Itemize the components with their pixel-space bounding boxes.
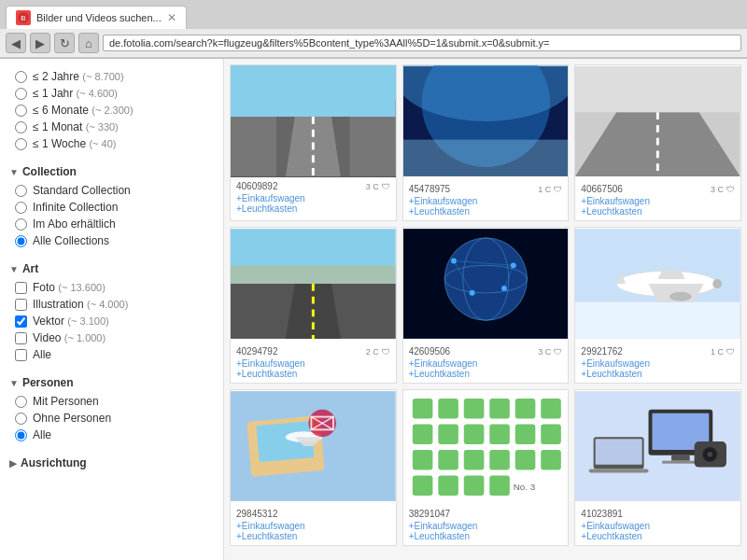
date-6monate[interactable]: ≤ 6 Monate (~ 2.300) xyxy=(9,102,214,119)
svg-rect-58 xyxy=(438,424,458,444)
standard-collection[interactable]: Standard Collection xyxy=(9,182,214,199)
badge-s: 🛡 xyxy=(382,182,390,191)
personen-alle[interactable]: Alle xyxy=(9,427,214,443)
ohne-personen[interactable]: Ohne Personen xyxy=(9,410,214,427)
image-card: 29845312 +Einkaufswagen +Leuchtkasten xyxy=(230,389,397,546)
reload-button[interactable]: ↻ xyxy=(54,33,75,53)
standard-collection-label: Standard Collection xyxy=(33,184,131,197)
date-1monat[interactable]: ≤ 1 Monat (~ 330) xyxy=(9,119,214,135)
sidebar: ≤ 2 Jahre (~ 8.700) ≤ 1 Jahr (~ 4.600) ≤… xyxy=(0,59,224,560)
date-2jahre[interactable]: ≤ 2 Jahre (~ 8.700) xyxy=(9,68,214,85)
image-thumbnail[interactable]: No. 3 xyxy=(403,390,569,505)
image-card: No. 3 38291047 +Einkaufswagen +Leuchtkas… xyxy=(402,389,570,546)
image-thumbnail[interactable] xyxy=(231,390,396,505)
date-1jahr[interactable]: ≤ 1 Jahr (~ 4.600) xyxy=(9,85,214,102)
svg-rect-81 xyxy=(589,469,649,473)
svg-rect-56 xyxy=(541,399,561,419)
art-vektor-label: Vektor (~ 3.100) xyxy=(33,315,109,328)
tab-label: Bilder und Videos suchen... xyxy=(36,12,162,23)
add-to-cart-link[interactable]: +Einkaufswagen xyxy=(236,358,390,369)
image-id-row: 29845312 xyxy=(236,509,390,519)
add-to-lightbox-link[interactable]: +Leuchtkasten xyxy=(581,206,735,217)
image-id-number: 40667506 xyxy=(581,184,623,194)
add-to-lightbox-link[interactable]: +Leuchtkasten xyxy=(409,206,563,217)
add-to-lightbox-link[interactable]: +Leuchtkasten xyxy=(236,203,390,214)
svg-text:No. 3: No. 3 xyxy=(513,482,535,492)
add-to-cart-link[interactable]: +Einkaufswagen xyxy=(581,521,735,531)
art-alle[interactable]: Alle xyxy=(9,346,214,363)
badge-s: 🛡 xyxy=(726,185,735,194)
back-button[interactable]: ◀ xyxy=(6,33,26,53)
art-video[interactable]: Video (~ 1.000) xyxy=(9,329,214,346)
abo-collection[interactable]: Im Abo erhältlich xyxy=(9,216,214,232)
date-1jahr-label: ≤ 1 Jahr (~ 4.600) xyxy=(33,87,118,100)
svg-rect-70 xyxy=(438,475,458,496)
svg-rect-59 xyxy=(463,424,484,444)
art-illustration[interactable]: Illustration (~ 4.000) xyxy=(9,296,214,313)
image-id-row: 40667506 3 C 🛡 xyxy=(581,184,735,194)
ausrichtung-section: ▶ Ausrichtung xyxy=(9,453,214,473)
main-content: 40609892 3 C 🛡 +Einkaufswagen +Leuchtkas… xyxy=(224,59,747,560)
svg-rect-52 xyxy=(438,399,458,419)
active-tab[interactable]: B Bilder und Videos suchen... ✕ xyxy=(6,6,187,29)
art-header[interactable]: ▼ Art xyxy=(9,259,214,279)
svg-rect-15 xyxy=(575,66,740,112)
image-thumbnail[interactable] xyxy=(575,228,740,343)
add-to-cart-link[interactable]: +Einkaufswagen xyxy=(409,521,563,531)
personen-alle-label: Alle xyxy=(33,428,51,441)
add-to-lightbox-link[interactable]: +Leuchtkasten xyxy=(236,369,390,379)
image-card: 40609892 3 C 🛡 +Einkaufswagen +Leuchtkas… xyxy=(230,64,397,221)
art-foto[interactable]: Foto (~ 13.600) xyxy=(9,279,214,296)
svg-rect-55 xyxy=(514,399,535,419)
add-to-cart-link[interactable]: +Einkaufswagen xyxy=(581,358,735,369)
forward-button[interactable]: ▶ xyxy=(30,33,50,53)
image-thumbnail[interactable] xyxy=(403,228,569,343)
alle-collections[interactable]: Alle Collections xyxy=(9,232,214,249)
image-card: 41023891 +Einkaufswagen +Leuchtkasten xyxy=(574,389,741,546)
abo-collection-label: Im Abo erhältlich xyxy=(33,217,116,231)
image-id-row: 29921762 1 C 🛡 xyxy=(581,346,735,357)
image-badges: 2 C 🛡 xyxy=(366,347,390,357)
add-to-lightbox-link[interactable]: +Leuchtkasten xyxy=(581,531,735,541)
add-to-lightbox-link[interactable]: +Leuchtkasten xyxy=(409,531,563,541)
mit-personen[interactable]: Mit Personen xyxy=(9,393,214,410)
image-thumbnail[interactable] xyxy=(231,228,396,343)
image-thumbnail[interactable] xyxy=(403,65,569,180)
art-vektor[interactable]: Vektor (~ 3.100) xyxy=(9,313,214,329)
svg-rect-69 xyxy=(412,475,432,496)
add-to-cart-link[interactable]: +Einkaufswagen xyxy=(581,196,735,206)
image-id-row: 45478975 1 C 🛡 xyxy=(409,184,563,194)
image-info: 45478975 1 C 🛡 +Einkaufswagen +Leuchtkas… xyxy=(403,180,569,220)
svg-rect-61 xyxy=(514,424,535,444)
add-to-cart-link[interactable]: +Einkaufswagen xyxy=(409,358,563,369)
image-thumbnail[interactable] xyxy=(575,65,740,180)
infinite-collection[interactable]: Infinite Collection xyxy=(9,199,214,216)
add-to-lightbox-link[interactable]: +Leuchtkasten xyxy=(236,531,390,541)
ausrichtung-header[interactable]: ▶ Ausrichtung xyxy=(9,453,214,473)
art-arrow-icon: ▼ xyxy=(9,264,19,274)
badge-s: 🛡 xyxy=(554,347,562,357)
image-card: 42609506 3 C 🛡 +Einkaufswagen +Leuchtkas… xyxy=(402,227,570,384)
collection-title: Collection xyxy=(22,165,77,178)
date-6monate-label: ≤ 6 Monate (~ 2.300) xyxy=(33,104,134,117)
image-thumbnail[interactable] xyxy=(575,390,740,505)
date-1woche[interactable]: ≤ 1 Woche (~ 40) xyxy=(9,135,214,152)
collection-header[interactable]: ▼ Collection xyxy=(9,161,214,182)
art-foto-label: Foto (~ 13.600) xyxy=(33,281,106,294)
image-thumbnail[interactable] xyxy=(231,65,396,177)
add-to-lightbox-link[interactable]: +Leuchtkasten xyxy=(581,369,735,379)
image-id-number: 40294792 xyxy=(236,346,278,357)
add-to-cart-link[interactable]: +Einkaufswagen xyxy=(236,193,390,203)
badge-c: 1 C xyxy=(538,185,551,194)
add-to-cart-link[interactable]: +Einkaufswagen xyxy=(236,521,390,531)
home-button[interactable]: ⌂ xyxy=(78,33,99,53)
badge-c: 3 C xyxy=(711,185,724,194)
collection-arrow-icon: ▼ xyxy=(9,167,19,177)
add-to-cart-link[interactable]: +Einkaufswagen xyxy=(409,196,563,206)
collection-section: ▼ Collection Standard Collection Infinit… xyxy=(9,161,214,249)
add-to-lightbox-link[interactable]: +Leuchtkasten xyxy=(409,369,563,379)
personen-header[interactable]: ▼ Personen xyxy=(9,372,214,393)
tab-close-button[interactable]: ✕ xyxy=(167,11,176,24)
address-bar[interactable]: de.fotolia.com/search?k=flugzeug&filters… xyxy=(103,35,741,51)
personen-title: Personen xyxy=(22,376,74,389)
